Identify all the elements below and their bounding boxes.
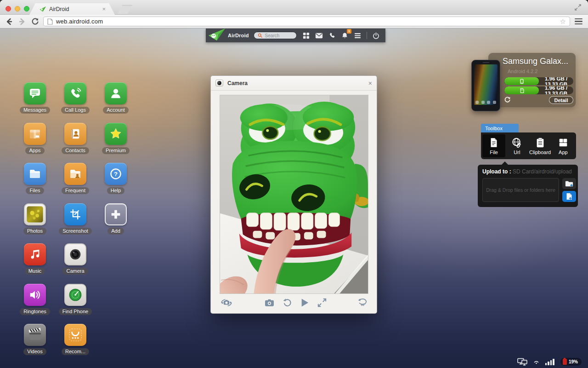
browser-menu-icon[interactable] [574,17,583,26]
mail-icon[interactable] [315,32,323,40]
find-phone-icon[interactable] [64,284,86,306]
remote-screen-icon[interactable] [517,358,527,366]
refresh-icon[interactable] [504,96,511,105]
zoom-window-button[interactable] [24,6,29,12]
camera-window[interactable]: Camera × [210,75,377,314]
toolbox-item-label: Url [514,150,520,155]
desktop-icon-label: Files [26,187,44,194]
airdroid-brand: AirDroid [228,33,249,38]
desktop-icon-music[interactable]: Music [15,243,55,284]
account-icon[interactable] [105,82,127,104]
device-name: Samsung Galax... [503,57,572,66]
call-icon[interactable] [328,32,336,40]
desktop-icon-account[interactable]: Account [96,82,136,123]
desktop-icon-ringtones[interactable]: Ringtones [15,284,55,324]
camera-icon[interactable] [64,243,86,265]
toolbox-item-label: App [559,150,568,155]
desktop-icon-add[interactable]: Add [96,203,136,244]
toolbox-item-app[interactable]: App [552,134,575,157]
drag-drop-zone[interactable]: Drag & Drop files or folders here [482,178,559,202]
videos-icon[interactable] [24,324,46,346]
drag-drop-text: Drag & Drop files or folders here [486,187,555,193]
desktop-icon-label: Add [107,228,124,235]
play-icon[interactable] [301,298,309,309]
camera-window-close-icon[interactable]: × [368,80,372,86]
files-icon[interactable] [24,163,46,185]
notifications-icon[interactable]: 1 [341,32,349,40]
toolbar-icons: 1 [302,32,380,40]
camera-window-titlebar[interactable]: Camera × [211,76,377,91]
desktop-icon-row: FilesFrequent?Help [15,163,136,203]
detail-button[interactable]: Detail [549,96,573,104]
toolbox-item-file[interactable]: File [482,134,505,157]
contacts-icon[interactable] [64,123,86,145]
toolbox-item-url[interactable]: Url [505,134,528,157]
desktop-icon-photos[interactable]: Photos [15,203,55,244]
desktop-icon-contacts[interactable]: Contacts [55,123,96,163]
frequent-icon[interactable] [64,163,86,185]
messages-icon[interactable] [24,82,46,104]
desktop-icon-apps[interactable]: Apps [15,123,55,163]
url-field[interactable]: web.airdroid.com ☆ [43,17,570,26]
music-icon[interactable] [24,243,46,265]
desktop-icon-recom[interactable]: Recom... [55,324,96,364]
photos-icon[interactable] [24,203,46,225]
apps-icon[interactable] [24,123,46,145]
desktop-icon-messages[interactable]: Messages [15,82,55,123]
power-icon[interactable] [372,32,380,40]
switch-camera-icon[interactable] [220,297,233,310]
battery-percent: 19% [569,359,578,364]
capture-icon[interactable] [264,298,275,309]
browser-tab[interactable]: AirDroid × [29,3,115,15]
fullscreen-icon[interactable] [317,298,327,309]
close-window-button[interactable] [6,6,11,12]
desktop-icon-row: RingtonesFind Phone [15,284,136,324]
desktop-icon-files[interactable]: Files [15,163,55,203]
rotate-90-icon[interactable]: 90° [358,298,368,309]
upload-folder-button[interactable] [562,178,576,189]
toolbox-tab[interactable]: Toolbox [481,124,519,132]
menu-icon[interactable] [354,32,362,40]
call-logs-icon[interactable] [64,82,86,104]
forward-button[interactable] [17,17,27,26]
new-tab-button[interactable] [118,5,132,14]
search-input[interactable]: Search [254,32,297,39]
desktop-icon-find-phone[interactable]: Find Phone [55,284,96,324]
desktop-icon-label: Videos [23,348,46,355]
tab-close-icon[interactable]: × [102,6,106,12]
desktop-icon-camera[interactable]: Camera [55,243,96,284]
desktop-icon-screenshot[interactable]: Screenshot [55,203,96,244]
desktop-icon-label: Photos [23,228,46,235]
rotate-ccw-icon[interactable] [283,298,292,309]
desktop-icon-label: Screenshot [59,228,92,235]
upload-path: SD Card/airdroid/upload [513,168,572,175]
screenshot-icon[interactable] [64,203,86,225]
signal-up-icon[interactable] [533,359,539,364]
help-icon[interactable]: ? [105,163,127,185]
reload-button[interactable] [30,17,40,26]
ringtones-icon[interactable] [24,284,46,306]
upload-file-button[interactable] [562,191,576,202]
screen: AirDroid × web.airdroid.com ☆ [0,0,588,368]
appgrid-icon [558,137,569,149]
doc-icon [488,137,499,149]
desktop-icon-help[interactable]: ?Help [96,163,136,203]
bookmark-star-icon[interactable]: ☆ [560,18,566,25]
add-icon[interactable] [105,203,127,225]
camera-toolbar: 90° [211,293,377,313]
apps-grid-icon[interactable] [302,32,310,40]
recom-icon[interactable] [64,324,86,346]
minimize-window-button[interactable] [15,6,20,12]
premium-icon[interactable] [105,123,127,145]
desktop-icon-frequent[interactable]: Frequent [55,163,96,203]
desktop-icon-premium[interactable]: Premium [96,123,136,163]
chip-sd-icon [504,86,539,94]
browser-window: AirDroid × web.airdroid.com ☆ [0,0,588,368]
desktop-icon-call-logs[interactable]: Call Logs [55,82,96,123]
desktop-icon-videos[interactable]: Videos [15,324,55,364]
window-resize-icon[interactable] [574,4,582,11]
desktop-icon-label: Recom... [62,348,89,355]
toolbox-item-clipboard[interactable]: Clipboard [529,134,552,157]
back-button[interactable] [5,17,14,26]
desktop-icon-label: Contacts [62,147,89,154]
